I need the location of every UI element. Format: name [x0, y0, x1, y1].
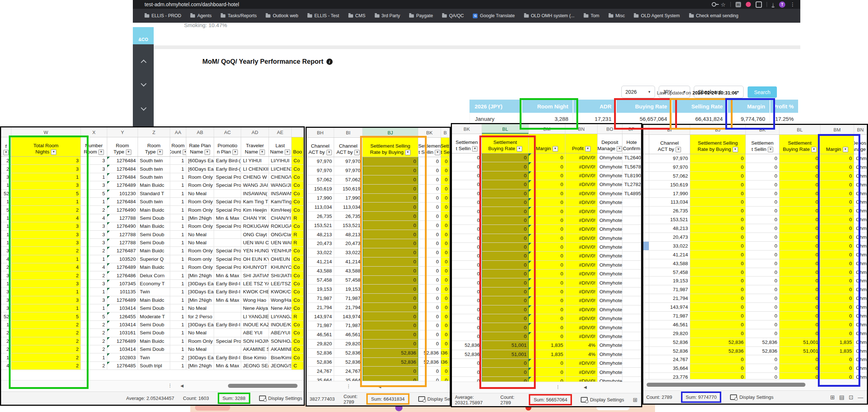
cell[interactable]: 52,836: [307, 349, 334, 358]
cell[interactable]: [643, 320, 649, 329]
cell[interactable]: 0: [418, 276, 441, 285]
cell[interactable]: Ohmyhotel: [598, 368, 622, 376]
cell[interactable]: South twin: [138, 157, 170, 165]
cell[interactable]: 1: [11, 304, 81, 312]
cell[interactable]: #DIV/0!: [565, 198, 598, 207]
cell[interactable]: Special Pro: [214, 222, 241, 230]
cell[interactable]: 51,001: [482, 350, 529, 359]
cell[interactable]: [60Days Ea: [186, 157, 214, 165]
cell[interactable]: Ohmyhotel: [598, 153, 622, 162]
cell[interactable]: [643, 347, 649, 356]
cell[interactable]: 5: [81, 190, 107, 198]
column-header[interactable]: Margin▼: [820, 135, 854, 154]
cell[interactable]: [622, 252, 641, 260]
cell[interactable]: 0: [452, 359, 482, 368]
cell[interactable]: Co: [292, 255, 304, 263]
cell[interactable]: 1: [81, 173, 107, 181]
filter-icon[interactable]: ▼: [676, 147, 681, 152]
cell[interactable]: 0: [482, 243, 529, 252]
cell[interactable]: [643, 215, 649, 224]
cell[interactable]: 0: [529, 323, 565, 332]
cell[interactable]: 3: [11, 280, 81, 288]
cell[interactable]: [643, 312, 649, 320]
cell[interactable]: TL2640: [622, 153, 641, 162]
cell[interactable]: Ohmyhotel: [598, 234, 622, 243]
cell[interactable]: 0: [779, 268, 820, 277]
cell[interactable]: 0: [746, 163, 779, 172]
cell[interactable]: Ohmyhotel: [598, 323, 622, 332]
cell[interactable]: 0: [452, 368, 482, 376]
cell[interactable]: [30Days Ea: [186, 353, 214, 361]
cell[interactable]: South twin: [138, 198, 170, 206]
cell[interactable]: 21,794: [334, 303, 363, 312]
cell[interactable]: 1: [11, 288, 81, 296]
cell[interactable]: [622, 207, 641, 216]
cell[interactable]: 0: [452, 252, 482, 260]
cell[interactable]: 2: [81, 321, 107, 329]
filter-icon[interactable]: ▼: [51, 149, 56, 155]
cell[interactable]: 0: [441, 239, 450, 248]
cell[interactable]: SHI JIATIAN: [241, 271, 269, 279]
cell[interactable]: Room Only: [186, 181, 214, 189]
column-header[interactable]: ChannelACT by▼: [307, 138, 334, 157]
cell[interactable]: 97,970: [649, 154, 690, 163]
cell[interactable]: 43,588: [649, 259, 690, 268]
cell[interactable]: 4: [81, 263, 107, 271]
cell[interactable]: 0: [746, 312, 779, 320]
cell[interactable]: Ohmyhote: [854, 233, 867, 242]
cell[interactable]: 0: [363, 221, 418, 230]
column-letter[interactable]: BK: [452, 124, 482, 134]
cell[interactable]: 0: [690, 355, 746, 364]
cell[interactable]: Co: [292, 222, 304, 230]
address-bar[interactable]: test-adm.ohmyhotel.com/dashboard-hotel: [145, 1, 239, 7]
column-header[interactable]: Settlt Se: [441, 138, 450, 157]
cell[interactable]: Main Buidc: [138, 337, 170, 345]
cell[interactable]: Main Buidc: [138, 222, 170, 230]
cell[interactable]: 2: [81, 329, 107, 337]
cell[interactable]: 0: [820, 373, 854, 379]
column-letter[interactable]: AC: [214, 127, 241, 137]
cell[interactable]: 43,588: [307, 267, 334, 276]
cell[interactable]: 2: [81, 247, 107, 255]
column-header[interactable]: Settlement Sellin▼: [746, 135, 779, 154]
column-letter[interactable]: Z: [138, 127, 170, 137]
filter-icon[interactable]: ▼: [405, 150, 411, 155]
cell[interactable]: Ohmyhotel: [598, 287, 622, 296]
cell[interactable]: Ohmyhotel: [598, 341, 622, 350]
cell[interactable]: 24,767: [649, 355, 690, 364]
cell[interactable]: 52,836: [334, 349, 363, 358]
view-icon[interactable]: ▤: [839, 394, 844, 401]
column-letter[interactable]: BN: [565, 124, 598, 134]
cell[interactable]: 0: [529, 153, 565, 162]
download-icon[interactable]: ↓: [772, 1, 774, 7]
cell[interactable]: 52,836: [690, 347, 746, 356]
cell[interactable]: Room only: [186, 255, 214, 263]
cell[interactable]: 0: [452, 323, 482, 332]
filter-icon[interactable]: ▼: [768, 147, 773, 152]
cell[interactable]: 3: [1, 271, 11, 279]
column-header[interactable]: f▼: [1, 137, 11, 156]
cell[interactable]: [60Days Ea: [186, 165, 214, 173]
cell[interactable]: Room Only: [186, 247, 214, 255]
cell[interactable]: 52,836: [649, 347, 690, 356]
cell[interactable]: 52: [1, 312, 11, 320]
cell[interactable]: 0: [690, 215, 746, 224]
bookmark-item[interactable]: ELLIS - PROD: [145, 13, 181, 18]
cell[interactable]: Ohmyhotel: [598, 261, 622, 270]
cell[interactable]: 97,970: [649, 163, 690, 172]
cell[interactable]: 0: [779, 259, 820, 268]
cell[interactable]: [643, 181, 649, 189]
cell[interactable]: 51,001: [779, 347, 820, 356]
cell[interactable]: 150,619: [334, 185, 363, 194]
horizontal-scrollbar[interactable]: [643, 379, 867, 390]
cell[interactable]: Special Pro: [214, 255, 241, 263]
cell[interactable]: 52,836: [690, 338, 746, 347]
cell[interactable]: 0: [363, 230, 418, 239]
column-letter[interactable]: AB: [186, 127, 214, 137]
cell[interactable]: 0: [529, 359, 565, 368]
cell[interactable]: [643, 294, 649, 303]
cell[interactable]: CHENG/W: [269, 173, 292, 181]
cell[interactable]: 103520: [107, 255, 138, 263]
cell[interactable]: Room Only: [186, 206, 214, 214]
cell[interactable]: Ohmyhote: [854, 198, 867, 207]
